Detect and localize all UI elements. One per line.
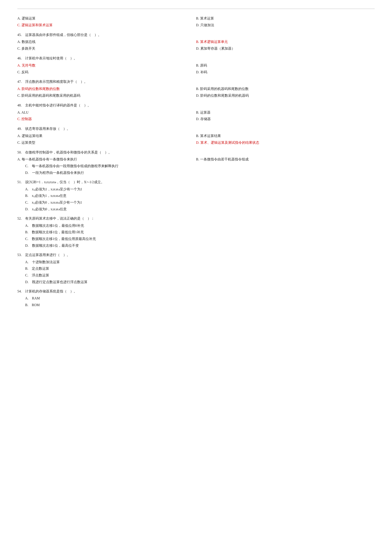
option-item: D. 数据顺次左移1位，最高位不变 (25, 243, 375, 249)
question-text: 46. 计算机中表示地址时使用（ ）。 (17, 55, 375, 62)
option-item: C. 阶码采用的机器码和尾数采用的机器码 (17, 93, 194, 99)
option-item: B. 一条微指令由若干机器指令组成 (196, 156, 375, 163)
option-item: A. 每一条机器指令有一条微指令来执行 (17, 156, 194, 163)
option-item: B. 数据顺次左移1位，最低位用1补充 (25, 229, 375, 235)
question-section-q45: 45. 运算器虽由许多部件组成，但核心部分是（ ）。A. 数据总线C. 多路开关… (17, 32, 375, 52)
option-item: A. 数据总线 (17, 39, 194, 45)
option-item: D. 补码 (196, 69, 375, 75)
question-section-q47: 47. 浮点数的表示范围和精度取决于（ ）。A. 阶码的位数和尾数的位数C. 阶… (17, 79, 375, 99)
question-section-q48: 48. 主机中能对指令进行译码的器件是（ ）。A. ALUC. 控制器B. 运算… (17, 102, 375, 123)
option-item: C. 每一条机器指令由一段用微指令组成的微程序来解释执行 (25, 163, 375, 169)
option-item: B. 算术运算 (196, 15, 375, 22)
question-text: 45. 运算器虽由许多部件组成，但核心部分是（ ）。 (17, 32, 375, 38)
option-item: A. 逻辑运算结果 (17, 133, 194, 139)
option-item: A. RAM (25, 295, 375, 302)
question-text: 48. 主机中能对指令进行译码的器件是（ ）。 (17, 102, 375, 109)
option-item: C. 多路开关 (17, 45, 194, 52)
option-item: B. ROM (25, 302, 375, 308)
option-item: D. 累加寄存器（累加器） (196, 45, 375, 52)
question-section-q54: 54. 计算机的存储器系统是指（ ）。A. RAMB. ROM (17, 288, 375, 308)
option-item: D. 阶码的位数和尾数采用的机器码 (196, 93, 375, 99)
question-text: 47. 浮点数的表示范围和精度取决于（ ）。 (17, 79, 375, 85)
option-item: C. 浮点数运算 (25, 272, 375, 278)
option-item: D. 存储器 (196, 116, 375, 122)
question-section-q52: 52. 有关原码算术左移中，说法正确的是（ ）：A. 数据顺次左移1位，最低位用… (17, 215, 375, 249)
option-item: A. 无符号数 (17, 62, 194, 69)
option-item: B. 定点数运算 (25, 266, 375, 272)
options-two-col: A. 数据总线C. 多路开关B. 算术逻辑运算单元D. 累加寄存器（累加器） (17, 39, 375, 52)
option-item: C. 控制器 (17, 116, 194, 122)
option-item: B. 原码 (196, 62, 375, 69)
question-text: 53. 定点运算器用来进行（ ）。 (17, 252, 375, 258)
options-two-col: A. 无符号数C. 反码B. 原码D. 补码 (17, 62, 375, 76)
question-text: 52. 有关原码算术左移中，说法正确的是（ ）： (17, 215, 375, 222)
option-item: A. 逻辑运算 (17, 15, 194, 22)
option-item: A. ALU (17, 110, 194, 116)
options-two-col: A. ALUC. 控制器B. 运算器D. 存储器 (17, 110, 375, 123)
question-section-q53: 53. 定点运算器用来进行（ ）。A. 十进制数加法运算B. 定点数运算C. 浮… (17, 252, 375, 285)
options-two-col: A. 阶码的位数和尾数的位数C. 阶码采用的机器码和尾数采用的机器码B. 阶码采… (17, 86, 375, 99)
option-item: C. 逻辑运算和算术运算 (17, 22, 194, 28)
top-divider (17, 9, 375, 9)
question-section-q49: 49. 状态寄存器用来存放（ ）。A. 逻辑运算结果C. 运算类型B. 算术运算… (17, 126, 375, 146)
question-text: 49. 状态寄存器用来存放（ ）。 (17, 126, 375, 132)
option-item: D. 一段为程序由一条机器指令来执行 (25, 170, 375, 176)
question-section-q46: 46. 计算机中表示地址时使用（ ）。A. 无符号数C. 反码B. 原码D. 补… (17, 55, 375, 76)
option-item: D. x₁必须为0，x₂x₃x₄任意 (25, 206, 375, 212)
option-item: D. 只做加法 (196, 22, 375, 28)
option-item: B. x₁必须为1，x₂x₃x₄任意 (25, 193, 375, 199)
option-item: B. 算术运算结果 (196, 133, 375, 139)
option-item: D. 算术、逻辑运算及测试指令的结果状态 (196, 140, 375, 146)
question-section-q50: 50. 在微程序控制器中，机器指令和微指令的关系是（ ）。A. 每一条机器指令有… (17, 149, 375, 176)
option-item: C. x₁必须为0，x₂x₃x₄至少有一个为1 (25, 199, 375, 206)
option-item: B. 阶码采用的机器码和尾数的位数 (196, 86, 375, 92)
option-item: A. 十进制数加法运算 (25, 259, 375, 265)
option-item: A. 数据顺次左移1位，最低位用0补充 (25, 223, 375, 229)
option-item: C. 运算类型 (17, 140, 194, 146)
pre-question-options: A. 逻辑运算C. 逻辑运算和算术运算B. 算术运算D. 只做加法 (17, 15, 375, 29)
option-item: D. 既进行定点数运算也进行浮点数运算 (25, 279, 375, 285)
option-item: B. 算术逻辑运算单元 (196, 39, 375, 45)
question-section-q51: 51. 设[X]补=1．x₁x₂x₃x₄，仅当（ ）时，X>-1/2成立。A. … (17, 179, 375, 212)
option-item: A. 阶码的位数和尾数的位数 (17, 86, 194, 92)
option-item: C. 数据顺次左移1位，最低位用原最高位补充 (25, 236, 375, 242)
option-item: B. 运算器 (196, 110, 375, 116)
option-item: A. x₁必须为1，x₂x₃x₄至少有一个为1 (25, 186, 375, 192)
options-two-col: A. 每一条机器指令有一条微指令来执行B. 一条微指令由若干机器指令组成 (17, 156, 375, 163)
options-two-col: A. 逻辑运算结果C. 运算类型B. 算术运算结果D. 算术、逻辑运算及测试指令… (17, 133, 375, 146)
question-text: 54. 计算机的存储器系统是指（ ）。 (17, 288, 375, 295)
question-text: 50. 在微程序控制器中，机器指令和微指令的关系是（ ）。 (17, 149, 375, 156)
question-text: 51. 设[X]补=1．x₁x₂x₃x₄，仅当（ ）时，X>-1/2成立。 (17, 179, 375, 185)
option-item: C. 反码 (17, 69, 194, 75)
